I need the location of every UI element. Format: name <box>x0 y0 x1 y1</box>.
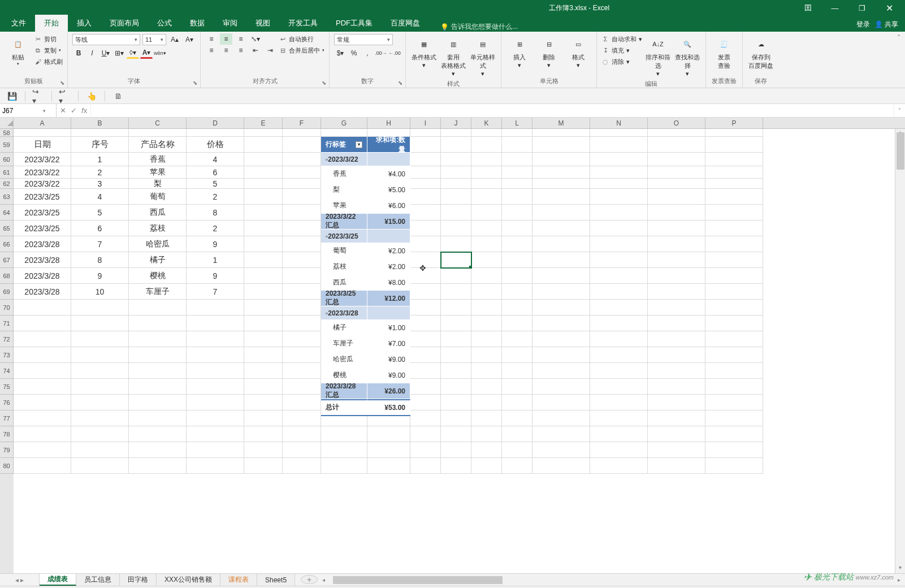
align-top-button[interactable]: ≡ <box>205 33 218 45</box>
cell[interactable] <box>14 315 71 331</box>
cell[interactable] <box>129 379 187 395</box>
cell[interactable] <box>14 331 71 347</box>
cell[interactable] <box>590 236 648 252</box>
cell[interactable] <box>705 179 763 189</box>
cell[interactable] <box>648 284 705 300</box>
cell[interactable] <box>590 189 648 205</box>
cell[interactable] <box>244 153 283 166</box>
cell[interactable] <box>283 395 321 410</box>
cell[interactable] <box>502 300 532 315</box>
cell[interactable] <box>441 284 471 300</box>
cell[interactable]: 2023/3/22 <box>14 166 71 179</box>
cell[interactable] <box>71 379 129 395</box>
cell[interactable] <box>471 395 502 410</box>
increase-decimal-button[interactable]: .00→ <box>375 47 387 59</box>
save-button[interactable]: 💾 <box>6 90 18 102</box>
cell[interactable] <box>187 442 244 458</box>
cell[interactable]: 10 <box>71 284 129 300</box>
row-header-79[interactable]: 79 <box>0 442 14 458</box>
cell-styles-button[interactable]: ▤单元格样式▾ <box>469 34 496 80</box>
cell[interactable] <box>283 363 321 379</box>
row-header-67[interactable]: 67 <box>0 252 14 268</box>
cell[interactable] <box>471 284 502 300</box>
cell[interactable] <box>705 458 763 474</box>
percent-button[interactable]: % <box>348 47 360 59</box>
cell[interactable] <box>471 300 502 315</box>
cell[interactable] <box>648 410 705 426</box>
cell[interactable] <box>441 129 471 137</box>
row-header-65[interactable]: 65 <box>0 220 14 236</box>
cell[interactable] <box>441 189 471 205</box>
cell[interactable] <box>705 189 763 205</box>
cell[interactable]: 2 <box>71 166 129 179</box>
cell[interactable]: 9 <box>187 236 244 252</box>
cell[interactable] <box>283 426 321 442</box>
cell[interactable] <box>410 458 441 474</box>
cell[interactable] <box>441 205 471 220</box>
cell[interactable] <box>705 379 763 395</box>
cell[interactable] <box>283 137 321 153</box>
row-header-77[interactable]: 77 <box>0 410 14 426</box>
cell[interactable] <box>367 426 410 442</box>
cell[interactable] <box>705 137 763 153</box>
cell[interactable]: 2 <box>187 220 244 236</box>
cell[interactable] <box>14 426 71 442</box>
clipboard-dialog-launcher[interactable]: ⬊ <box>58 79 66 87</box>
cell[interactable] <box>532 179 590 189</box>
cell[interactable] <box>441 315 471 331</box>
cell[interactable] <box>244 252 283 268</box>
cell[interactable] <box>471 220 502 236</box>
cell[interactable] <box>441 442 471 458</box>
tab-developer[interactable]: 开发工具 <box>279 15 327 32</box>
tab-pagelayout[interactable]: 页面布局 <box>101 15 148 32</box>
cell[interactable]: 5 <box>71 205 129 220</box>
col-header-N[interactable]: N <box>590 118 648 128</box>
cell[interactable] <box>705 395 763 410</box>
row-header-78[interactable]: 78 <box>0 426 14 442</box>
cell[interactable] <box>283 220 321 236</box>
cell[interactable]: 8 <box>71 252 129 268</box>
row-header-70[interactable]: 70 <box>0 300 14 315</box>
cell[interactable] <box>410 268 441 284</box>
cell[interactable] <box>502 315 532 331</box>
cell[interactable] <box>187 300 244 315</box>
cell[interactable] <box>705 236 763 252</box>
cell[interactable] <box>590 331 648 347</box>
cell[interactable] <box>244 442 283 458</box>
cell[interactable] <box>187 363 244 379</box>
cell[interactable] <box>14 379 71 395</box>
cell[interactable]: 葡萄 <box>129 189 187 205</box>
cell[interactable] <box>590 379 648 395</box>
cell[interactable] <box>502 189 532 205</box>
cell[interactable] <box>283 179 321 189</box>
cell[interactable] <box>532 363 590 379</box>
cell[interactable]: 8 <box>187 205 244 220</box>
font-name-combo[interactable]: 等线▾ <box>72 34 140 45</box>
cell[interactable] <box>283 129 321 137</box>
print-preview-button[interactable]: 🗎 <box>112 90 124 102</box>
cell[interactable] <box>283 166 321 179</box>
row-header-63[interactable]: 63 <box>0 189 14 205</box>
sheet-tab-1[interactable]: 员工信息 <box>76 574 120 586</box>
row-header-61[interactable]: 61 <box>0 166 14 179</box>
number-format-combo[interactable]: 常规▾ <box>334 34 393 45</box>
tab-insert[interactable]: 插入 <box>68 15 101 32</box>
cell[interactable] <box>71 347 129 363</box>
cell[interactable] <box>471 363 502 379</box>
font-dialog-launcher[interactable]: ⬊ <box>191 79 199 87</box>
cell[interactable] <box>244 379 283 395</box>
cell[interactable] <box>410 442 441 458</box>
row-header-66[interactable]: 66 <box>0 236 14 252</box>
cell[interactable] <box>471 179 502 189</box>
sheet-nav-buttons[interactable]: ◂ ▸ <box>0 574 40 586</box>
cell[interactable]: 2023/3/28 <box>14 236 71 252</box>
cell[interactable] <box>14 363 71 379</box>
cell[interactable] <box>648 220 705 236</box>
cell[interactable] <box>283 189 321 205</box>
col-header-G[interactable]: G <box>321 118 367 128</box>
cell[interactable] <box>532 205 590 220</box>
sheet-tab-3[interactable]: XXX公司销售额 <box>157 574 220 586</box>
cell[interactable] <box>705 426 763 442</box>
cell[interactable] <box>129 331 187 347</box>
row-header-58[interactable]: 58 <box>0 129 14 137</box>
